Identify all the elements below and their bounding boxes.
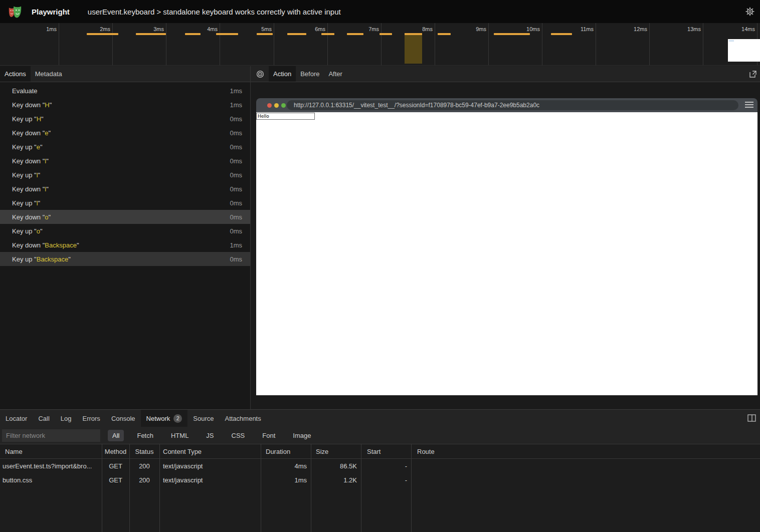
action-list: Evaluate1msKey down "H"1msKey up "H"0msK…: [0, 82, 250, 266]
column-header-duration: Duration: [261, 448, 311, 455]
action-row[interactable]: Key up "H"0ms: [0, 112, 250, 126]
tab-label: Action: [273, 70, 291, 78]
timeline-action-bar[interactable]: [551, 33, 572, 35]
timeline-gridline: [435, 23, 435, 65]
filter-chip-html[interactable]: HTML: [166, 430, 193, 441]
snapshot-url-bar: http://127.0.0.1:63315/__vitest_test__/?…: [287, 100, 738, 110]
settings-gear-icon[interactable]: [745, 7, 754, 16]
cell-name: userEvent.test.ts?import&bro...: [0, 462, 102, 470]
filter-chip-all[interactable]: All: [108, 430, 124, 441]
action-row[interactable]: Key down "l"0ms: [0, 154, 250, 168]
playwright-logo-icon: [8, 4, 23, 19]
tab-details-errors[interactable]: Errors: [77, 410, 105, 427]
action-row[interactable]: Key down "H"1ms: [0, 98, 250, 112]
filter-chip-css[interactable]: CSS: [227, 430, 250, 441]
toggle-layout-icon[interactable]: [747, 414, 756, 422]
timeline-action-bar[interactable]: [185, 33, 201, 35]
tab-snapshot-before[interactable]: Before: [296, 66, 324, 82]
action-row[interactable]: Key down "Backspace"1ms: [0, 238, 250, 252]
timeline-action-bar[interactable]: [287, 33, 306, 35]
filter-chip-font[interactable]: Font: [258, 430, 280, 441]
tab-details-network[interactable]: Network2: [141, 410, 188, 427]
cell-start: -: [361, 476, 411, 484]
film-thumb-input: [729, 40, 734, 42]
action-title: Key up "l": [0, 199, 230, 207]
timeline-tick-label: 8ms: [422, 26, 433, 32]
network-request-row[interactable]: button.cssGET200text/javascript1ms1.2K-: [0, 473, 760, 487]
details-panel: LocatorCallLogErrorsConsoleNetwork2Sourc…: [0, 409, 760, 532]
tab-details-log[interactable]: Log: [55, 410, 77, 427]
key-name: e: [45, 129, 48, 137]
filter-network-input[interactable]: [2, 429, 100, 442]
tab-snapshot-after[interactable]: After: [324, 66, 346, 82]
timeline-tick-label: 1ms: [46, 26, 57, 32]
action-title: Key down "H": [0, 101, 230, 109]
action-row[interactable]: Key down "e"0ms: [0, 126, 250, 140]
column-header-route: Route: [411, 448, 760, 455]
action-row[interactable]: Key up "o"0ms: [0, 224, 250, 238]
action-duration: 0ms: [230, 199, 250, 207]
action-row[interactable]: Key up "e"0ms: [0, 140, 250, 154]
timeline-film-strip-frame[interactable]: [728, 39, 760, 62]
tab-details-console[interactable]: Console: [106, 410, 141, 427]
timeline-tick-label: 6ms: [315, 26, 325, 32]
action-row[interactable]: Key down "l"0ms: [0, 182, 250, 196]
action-row[interactable]: Evaluate1ms: [0, 84, 250, 98]
timeline-action-bar[interactable]: [216, 33, 238, 35]
timeline-action-bar[interactable]: [438, 33, 451, 35]
filter-chip-image[interactable]: Image: [288, 430, 315, 441]
action-title: Key up "o": [0, 227, 230, 235]
cell-content-type: text/javascript: [159, 476, 261, 484]
timeline-action-bar[interactable]: [136, 33, 166, 35]
column-header-size: Size: [311, 448, 361, 455]
tab-details-source[interactable]: Source: [187, 410, 219, 427]
timeline-tick-label: 3ms: [153, 26, 164, 32]
open-external-icon[interactable]: [749, 70, 757, 78]
timeline-action-bar[interactable]: [379, 33, 392, 35]
timeline-gridline: [488, 23, 489, 65]
tab-details-locator[interactable]: Locator: [0, 410, 33, 427]
tab-snapshot-action[interactable]: Action: [269, 66, 296, 82]
hamburger-menu-icon: [745, 102, 753, 109]
cell-name: button.css: [0, 476, 102, 484]
test-title: userEvent.keyboard > standalone keyboard…: [88, 8, 341, 16]
tab-details-call[interactable]: Call: [33, 410, 55, 427]
timeline-action-bar[interactable]: [257, 33, 273, 35]
action-title: Key up "e": [0, 143, 230, 151]
key-name: o: [45, 213, 48, 221]
cell-method: GET: [102, 476, 129, 484]
timeline-action-bar[interactable]: [494, 33, 530, 35]
action-duration: 1ms: [230, 241, 250, 249]
actions-tabbar: ActionsMetadata: [0, 66, 250, 82]
cell-status: 200: [129, 476, 159, 484]
timeline-selected-range[interactable]: [405, 33, 422, 64]
timeline-action-bar[interactable]: [347, 33, 363, 35]
timeline-ruler[interactable]: 1ms2ms3ms4ms5ms6ms7ms8ms9ms10ms11ms12ms1…: [0, 23, 760, 66]
resource-filter-chips: AllFetchHTMLJSCSSFontImage: [108, 427, 315, 444]
tab-label: Attachments: [225, 415, 261, 422]
pick-locator-target-icon[interactable]: [251, 66, 269, 82]
network-request-row[interactable]: userEvent.test.ts?import&bro...GET200tex…: [0, 459, 760, 473]
timeline-tick-label: 7ms: [368, 26, 379, 32]
action-duration: 0ms: [230, 115, 250, 123]
filter-chip-fetch[interactable]: Fetch: [132, 430, 158, 441]
tab-label: Errors: [82, 415, 100, 422]
action-duration: 1ms: [230, 87, 250, 95]
action-row[interactable]: Key up "l"0ms: [0, 196, 250, 210]
action-row[interactable]: Key down "o"0ms: [0, 210, 250, 224]
network-toolbar: AllFetchHTMLJSCSSFontImage: [0, 427, 760, 444]
action-row[interactable]: Key up "Backspace"0ms: [0, 252, 250, 266]
traffic-light-red: [267, 103, 272, 108]
tab-label: Console: [111, 415, 135, 422]
tab-actions-pane-actions[interactable]: Actions: [0, 66, 31, 82]
timeline-action-bar[interactable]: [321, 33, 334, 35]
action-row[interactable]: Key up "l"0ms: [0, 168, 250, 182]
tab-details-attachments[interactable]: Attachments: [219, 410, 266, 427]
page-text-input[interactable]: [256, 113, 315, 120]
tab-actions-pane-metadata[interactable]: Metadata: [31, 66, 67, 82]
tab-label: Metadata: [35, 70, 62, 78]
timeline-gridline: [166, 23, 166, 65]
filter-chip-js[interactable]: JS: [202, 430, 218, 441]
tab-label: Source: [193, 415, 214, 422]
timeline-action-bar[interactable]: [87, 33, 118, 35]
